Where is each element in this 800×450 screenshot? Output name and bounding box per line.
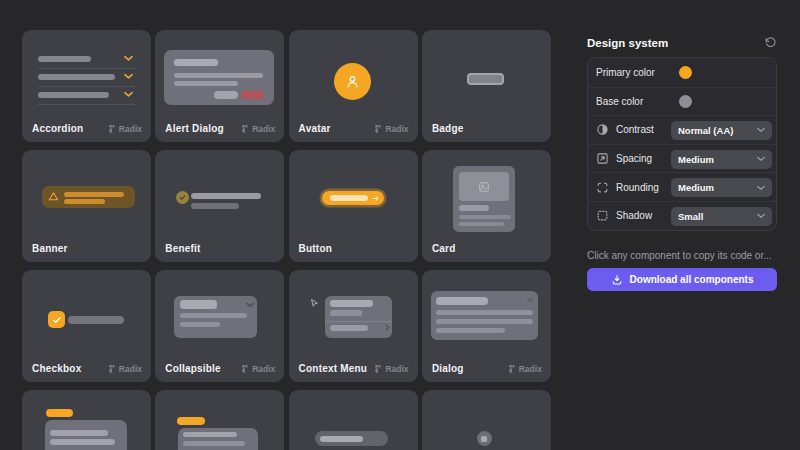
setting-row-contrast: Contrast Normal (AA)	[588, 115, 776, 144]
reset-button[interactable]	[764, 36, 777, 49]
component-card-button[interactable]: Button	[289, 150, 418, 262]
mock-radio-circle	[477, 431, 492, 446]
mock-line	[459, 222, 504, 226]
page-title: Design system	[587, 37, 668, 49]
setting-row-base-color: Base color	[588, 87, 776, 116]
component-name: Benefit	[165, 243, 200, 254]
close-icon	[526, 296, 534, 304]
component-name: Alert Dialog	[165, 123, 224, 134]
component-card-card[interactable]: Card	[422, 150, 551, 262]
rounding-icon	[596, 181, 609, 194]
rounding-select[interactable]: Medium	[671, 178, 772, 197]
mock-line	[191, 193, 261, 199]
radix-badge: Radix	[508, 364, 542, 374]
component-card-benefit[interactable]: Benefit	[155, 150, 284, 262]
setting-label: Base color	[596, 96, 643, 107]
mock-line	[174, 73, 263, 78]
mock-line	[64, 199, 105, 204]
mock-check-circle	[176, 191, 189, 204]
component-card-cutoff-1[interactable]	[22, 390, 151, 450]
component-card-dialog[interactable]: Dialog Radix	[422, 270, 551, 382]
setting-row-spacing: Spacing Medium	[588, 144, 776, 173]
component-card-cutoff-2[interactable]	[155, 390, 284, 450]
mock-line	[436, 310, 533, 315]
mock-bar	[38, 74, 115, 80]
base-color-swatch[interactable]	[679, 95, 692, 108]
spacing-select[interactable]: Medium	[671, 150, 772, 169]
spacing-icon	[596, 152, 609, 165]
setting-label: Rounding	[616, 182, 659, 193]
mock-avatar-circle	[334, 63, 371, 100]
mock-menu-item	[330, 310, 362, 316]
setting-row-shadow: Shadow Small	[588, 201, 776, 230]
component-name: Context Menu	[299, 363, 368, 374]
component-card-avatar[interactable]: Avatar Radix	[289, 30, 418, 142]
chevron-down-icon	[124, 91, 133, 98]
mock-line	[183, 441, 245, 446]
shadow-select[interactable]: Small	[671, 207, 772, 226]
check-icon	[52, 315, 62, 325]
mock-line	[436, 328, 505, 333]
mock-title-bar	[174, 59, 218, 66]
mock-trigger-pill	[46, 409, 73, 417]
mock-divider	[38, 86, 135, 87]
setting-label: Contrast	[616, 124, 654, 135]
radix-badge: Radix	[108, 364, 142, 374]
component-name: Checkbox	[32, 363, 81, 374]
mock-title-bar	[436, 297, 488, 305]
mock-divider	[38, 68, 135, 69]
mock-line	[50, 430, 108, 436]
mock-line	[50, 439, 115, 445]
mock-trigger-pill	[177, 417, 205, 425]
component-name: Avatar	[299, 123, 331, 134]
mock-menu-item	[330, 325, 368, 331]
setting-row-rounding: Rounding Medium	[588, 172, 776, 201]
chevron-down-icon	[246, 302, 254, 308]
component-card-checkbox[interactable]: Checkbox Radix	[22, 270, 151, 382]
component-card-cutoff-4[interactable]	[422, 390, 551, 450]
radix-icon	[241, 125, 249, 133]
mock-title-bar	[459, 205, 489, 211]
component-name: Dialog	[432, 363, 464, 374]
component-card-accordion[interactable]: Accordion Radix	[22, 30, 151, 142]
hint-text: Click any component to copy its code or.…	[587, 250, 772, 261]
mock-divider	[38, 104, 135, 105]
mock-line	[68, 316, 124, 324]
component-name: Badge	[432, 123, 464, 134]
image-icon	[478, 181, 490, 193]
mock-bar	[38, 92, 109, 98]
component-card-context-menu[interactable]: Context Menu Radix	[289, 270, 418, 382]
sidebar-header: Design system	[587, 36, 777, 49]
component-name: Button	[299, 243, 332, 254]
person-icon	[344, 73, 361, 90]
mock-line	[191, 203, 239, 209]
component-card-alert-dialog[interactable]: Alert Dialog Radix	[155, 30, 284, 142]
shadow-icon	[596, 209, 609, 222]
component-card-badge[interactable]: Badge	[422, 30, 551, 142]
mock-divider	[325, 321, 392, 322]
settings-sidebar: Design system Primary color Base color C…	[587, 36, 777, 450]
setting-label: Primary color	[596, 67, 655, 78]
radix-badge: Radix	[241, 124, 275, 134]
contrast-select[interactable]: Normal (AA)	[671, 121, 772, 140]
mock-line	[320, 436, 363, 443]
component-card-banner[interactable]: Banner	[22, 150, 151, 262]
radix-badge: Radix	[108, 124, 142, 134]
mock-line	[459, 215, 511, 219]
chevron-right-icon	[385, 324, 390, 331]
component-grid: Accordion Radix Alert Dialog Radix	[22, 30, 551, 450]
mock-radio-dot	[481, 436, 487, 442]
component-card-collapsible[interactable]: Collapsible Radix	[155, 270, 284, 382]
radix-icon	[508, 365, 516, 373]
component-card-cutoff-3[interactable]	[289, 390, 418, 450]
primary-color-swatch[interactable]	[679, 66, 692, 79]
arrow-right-icon	[371, 194, 380, 203]
download-all-button[interactable]: Download all components	[587, 268, 777, 291]
mock-cancel-button	[214, 91, 238, 99]
setting-row-primary-color: Primary color	[588, 58, 776, 87]
radix-badge: Radix	[374, 364, 408, 374]
mock-line	[64, 192, 124, 197]
chevron-down-icon	[124, 73, 133, 80]
component-name: Accordion	[32, 123, 83, 134]
mock-button-label-bar	[330, 195, 368, 201]
